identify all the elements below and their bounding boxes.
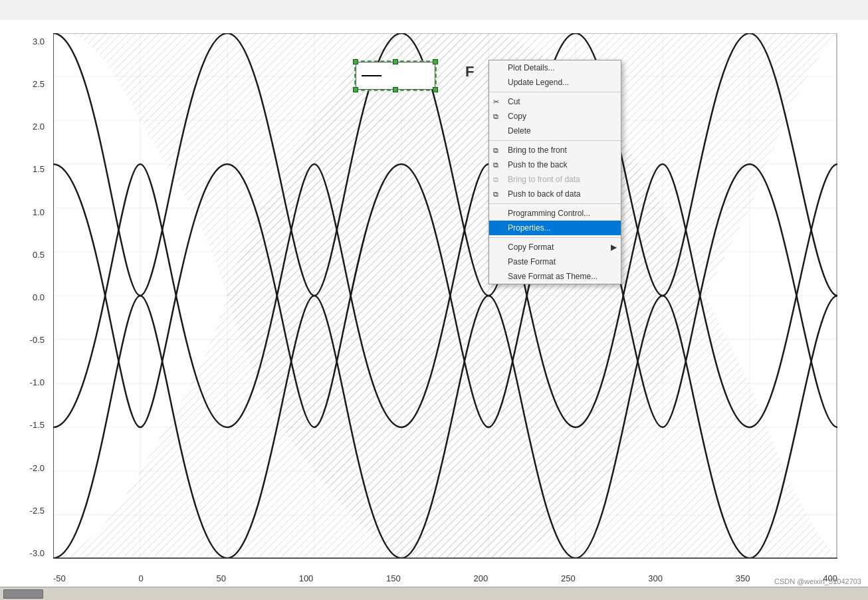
- y-axis: 3.0 2.5 2.0 1.5 1.0 0.5 0.0 -0.5 -1.0 -1…: [0, 33, 50, 578]
- menu-label-save-format-theme: Save Format as Theme...: [508, 272, 597, 281]
- x-label-100: 100: [299, 573, 314, 583]
- y-label-n05: -0.5: [30, 335, 45, 345]
- menu-item-save-format-theme[interactable]: Save Format as Theme...: [489, 269, 621, 284]
- bring-to-front-icon: ⧉: [493, 146, 498, 155]
- menu-label-push-to-back: Push to the back: [508, 160, 567, 169]
- menu-item-programming-control[interactable]: Programming Control...: [489, 206, 621, 221]
- menu-item-bring-to-front-data: ⧉ Bring to front of data: [489, 172, 621, 187]
- push-to-back-data-icon: ⧉: [493, 190, 498, 199]
- y-label-05: 0.5: [33, 250, 45, 260]
- menu-label-properties: Properties...: [508, 223, 551, 233]
- menu-item-cut[interactable]: ✂ Cut: [489, 94, 621, 109]
- menu-item-delete[interactable]: Delete: [489, 124, 621, 138]
- menu-label-delete: Delete: [508, 126, 531, 136]
- x-label-150: 150: [386, 573, 401, 583]
- menu-item-push-to-back-data[interactable]: ⧉ Push to back of data: [489, 187, 621, 201]
- y-label-n15: -1.5: [30, 420, 45, 430]
- cut-icon: ✂: [493, 98, 499, 106]
- copy-icon: ⧉: [493, 112, 498, 121]
- y-label-n30: -3.0: [30, 548, 45, 558]
- scrollbar-thumb[interactable]: [3, 589, 43, 599]
- chart-area: F: [53, 33, 837, 578]
- y-label-10: 1.0: [33, 207, 45, 217]
- menu-label-bring-to-front-data: Bring to front of data: [508, 175, 580, 184]
- menu-item-properties[interactable]: Properties...: [489, 221, 621, 235]
- menu-label-programming-control: Programming Control...: [508, 209, 590, 218]
- x-label-0: 0: [139, 573, 144, 583]
- x-label-350: 350: [736, 573, 750, 583]
- copy-format-arrow: ▶: [611, 243, 617, 252]
- y-label-n25: -2.5: [30, 506, 45, 516]
- y-label-20: 2.0: [33, 122, 45, 132]
- push-to-back-icon: ⧉: [493, 161, 498, 169]
- x-label-200: 200: [474, 573, 488, 583]
- menu-item-plot-details[interactable]: Plot Details...: [489, 60, 621, 75]
- y-label-00: 0.0: [33, 292, 45, 302]
- menu-item-copy-format[interactable]: Copy Format ▶: [489, 240, 621, 254]
- menu-item-copy[interactable]: ⧉ Copy: [489, 109, 621, 124]
- menu-label-paste-format: Paste Format: [508, 257, 556, 266]
- bring-to-front-data-icon: ⧉: [493, 175, 498, 184]
- menu-separator-4: [489, 237, 621, 238]
- menu-item-update-legend[interactable]: Update Legend...: [489, 75, 621, 90]
- y-label-30: 3.0: [33, 37, 45, 47]
- menu-item-bring-to-front[interactable]: ⧉ Bring to the front: [489, 143, 621, 157]
- x-label-n50: -50: [53, 573, 66, 583]
- menu-label-update-legend: Update Legend...: [508, 78, 569, 87]
- menu-separator-2: [489, 140, 621, 141]
- chart-svg: [53, 33, 837, 578]
- y-label-n20: -2.0: [30, 463, 45, 473]
- y-label-n10: -1.0: [30, 377, 45, 387]
- chart-container: 3.0 2.5 2.0 1.5 1.0 0.5 0.0 -0.5 -1.0 -1…: [0, 20, 868, 600]
- x-label-250: 250: [561, 573, 576, 583]
- status-bar: [0, 587, 868, 600]
- menu-label-cut: Cut: [508, 97, 520, 106]
- menu-label-copy: Copy: [508, 112, 526, 121]
- y-label-25: 2.5: [33, 79, 45, 89]
- y-label-15: 1.5: [33, 164, 45, 174]
- x-axis: -50 0 50 100 150 200 250 300 350 400: [53, 573, 837, 583]
- menu-separator-1: [489, 92, 621, 92]
- menu-item-paste-format[interactable]: Paste Format: [489, 254, 621, 269]
- menu-item-push-to-back[interactable]: ⧉ Push to the back: [489, 157, 621, 172]
- menu-label-copy-format: Copy Format: [508, 243, 554, 252]
- menu-separator-3: [489, 203, 621, 204]
- menu-label-plot-details: Plot Details...: [508, 63, 555, 72]
- legend-f-label: F: [465, 63, 474, 80]
- context-menu: Plot Details... Update Legend... ✂ Cut ⧉…: [488, 60, 621, 284]
- menu-label-bring-to-front: Bring to the front: [508, 146, 567, 155]
- watermark: CSDN @weixin_51042703: [774, 577, 861, 585]
- x-label-300: 300: [648, 573, 663, 583]
- x-label-50: 50: [216, 573, 225, 583]
- menu-label-push-to-back-data: Push to back of data: [508, 189, 580, 199]
